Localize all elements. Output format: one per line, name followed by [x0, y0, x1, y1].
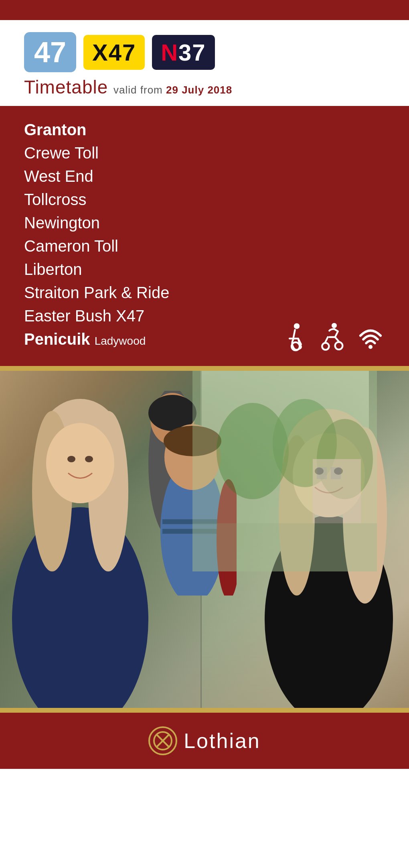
- svg-point-10: [46, 423, 114, 503]
- timetable-heading: Timetable valid from 29 July 2018: [24, 76, 385, 98]
- svg-point-4: [322, 343, 329, 350]
- stop-liberton: Liberton: [24, 258, 385, 280]
- route-number-n: N: [161, 39, 178, 65]
- wifi-icon: [356, 323, 385, 352]
- gold-divider-top: [0, 366, 409, 371]
- stop-west-end: West End: [24, 165, 385, 187]
- lothian-logo: Lothian: [148, 726, 261, 755]
- lothian-icon: [148, 726, 177, 755]
- stop-cameron-toll: Cameron Toll: [24, 235, 385, 257]
- svg-point-2: [332, 323, 337, 328]
- route-number-47: 47: [34, 36, 66, 69]
- lothian-text: Lothian: [184, 729, 261, 753]
- header-area: 47 X47 N37 Timetable valid from 29 July …: [0, 20, 409, 106]
- svg-point-11: [67, 456, 75, 462]
- timetable-word: Timetable: [24, 77, 108, 98]
- svg-point-5: [369, 345, 373, 349]
- wheelchair-icon: [282, 323, 311, 352]
- badge-47: 47: [24, 32, 76, 72]
- route-badges: 47 X47 N37: [24, 32, 385, 72]
- svg-point-6: [12, 507, 148, 708]
- valid-from-date: 29 July 2018: [166, 84, 232, 96]
- top-bar: [0, 0, 409, 20]
- stop-newington: Newington: [24, 212, 385, 234]
- valid-from-text: valid from: [113, 84, 163, 96]
- stop-tollcross: Tollcross: [24, 189, 385, 210]
- route-number-x47: X47: [92, 39, 136, 65]
- svg-point-12: [85, 456, 93, 462]
- svg-rect-36: [317, 467, 327, 479]
- accessibility-icons: [282, 323, 385, 352]
- badge-n37: N37: [152, 35, 215, 70]
- svg-point-3: [335, 342, 343, 350]
- stop-granton: Granton: [24, 119, 385, 140]
- route-panel: Granton Crewe Toll West End Tollcross Ne…: [0, 106, 409, 366]
- ramp-icon: [319, 323, 348, 352]
- bus-image: [0, 371, 409, 708]
- svg-rect-37: [331, 467, 341, 479]
- svg-point-0: [294, 323, 300, 329]
- svg-rect-34: [192, 523, 377, 571]
- footer: Lothian: [0, 713, 409, 769]
- stop-straiton: Straiton Park & Ride: [24, 282, 385, 303]
- gold-divider-bottom: [0, 708, 409, 713]
- badge-x47: X47: [83, 35, 145, 70]
- route-number-37: 37: [178, 39, 206, 65]
- stop-crewe-toll: Crewe Toll: [24, 142, 385, 164]
